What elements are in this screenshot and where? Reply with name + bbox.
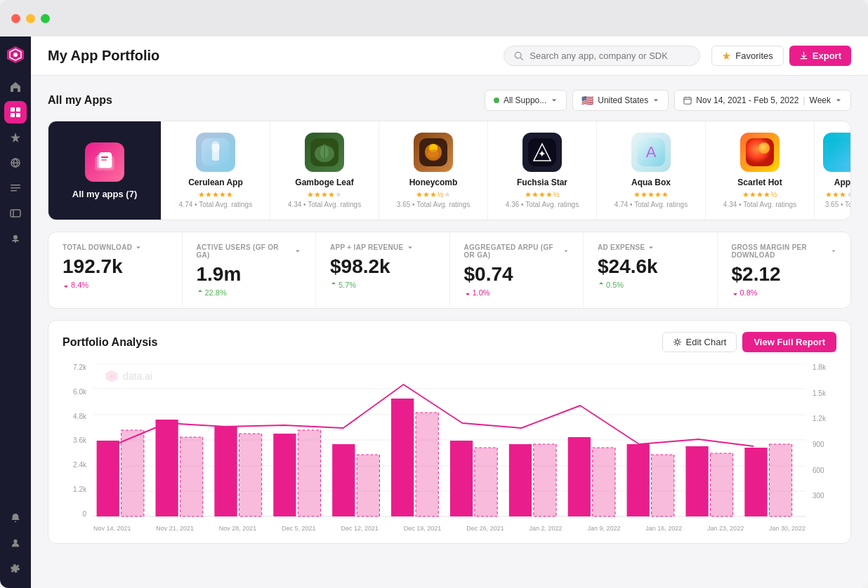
- support-dot: [494, 98, 499, 103]
- x-label-9: Jan 16, 2022: [645, 525, 682, 532]
- header-actions: Favorites Export: [711, 46, 851, 66]
- filters: All Suppo... 🇺🇸 United States Nov 14, 20…: [485, 90, 851, 111]
- filter-support-button[interactable]: All Suppo...: [485, 90, 567, 111]
- analysis-title: Portfolio Analysis: [63, 336, 662, 349]
- svg-text:A: A: [646, 143, 657, 161]
- bar-hatched-11: [710, 453, 732, 516]
- metric-total-download: TOTAL DOWNLOAD 192.7k 8.4%: [48, 232, 183, 308]
- metric-active-users: ACTIVE USERS (GF OR GA) 1.9m 22.8%: [183, 232, 317, 308]
- sidebar-item-profile[interactable]: [4, 532, 27, 554]
- svg-rect-10: [11, 187, 20, 189]
- bar-solid-5: [332, 444, 355, 516]
- app-card-fuchsia[interactable]: ✦ Fuchsia Star ★★★★½ 4.36 • Total Avg. r…: [487, 121, 596, 220]
- chevron-down-icon-m2[interactable]: [294, 248, 301, 255]
- chevron-down-icon-m6[interactable]: [831, 248, 836, 255]
- chevron-down-icon-m5[interactable]: [647, 244, 655, 251]
- honeycomb-icon: [414, 133, 453, 172]
- body-scroll[interactable]: All my Apps All Suppo... 🇺🇸 United State…: [31, 76, 868, 588]
- gear-icon: [673, 338, 682, 347]
- sidebar-item-portfolio[interactable]: [4, 101, 27, 123]
- cerulean-rating: 4.74 • Total Avg. ratings: [179, 201, 252, 208]
- x-label-3: Dec 5, 2021: [282, 525, 316, 532]
- svg-rect-12: [11, 210, 20, 217]
- metric-gross-margin-change: 0.8%: [732, 288, 837, 297]
- app-card-honeycomb[interactable]: Honeycomb ★★★½★ 3.65 • Total Avg. rating…: [379, 121, 487, 220]
- metric-gross-margin-label: GROSS MARGIN PER DOWNLOAD: [732, 243, 837, 259]
- bar-hatched-10: [652, 455, 674, 516]
- view-full-report-button[interactable]: View Full Report: [742, 332, 836, 352]
- app-card-scarlet[interactable]: Scarlet Hot ★★★★½ 4.34 • Total Avg. rati…: [705, 121, 814, 220]
- metric-gross-margin-value: $2.12: [732, 263, 837, 286]
- app-card-gamboge[interactable]: Gamboge Leaf ★★★★★ 4.34 • Total Avg. rat…: [270, 121, 379, 220]
- all-apps-card[interactable]: All my apps (7): [48, 121, 161, 220]
- fuchsia-icon: ✦: [522, 133, 562, 172]
- scarlet-rating: 4.34 • Total Avg. ratings: [723, 201, 796, 208]
- svg-text:✦: ✦: [538, 149, 546, 159]
- cerulean-name: Cerulean App: [188, 178, 243, 187]
- bar-hatched-12: [769, 444, 791, 516]
- edit-chart-button[interactable]: Edit Chart: [662, 332, 737, 352]
- metric-ad-expense-label: AD EXPENSE: [598, 243, 703, 251]
- chevron-down-icon-m1[interactable]: [135, 244, 142, 251]
- app-window: My App Portfolio Favorites Expo: [0, 0, 868, 588]
- sidebar-item-reports[interactable]: [4, 177, 27, 199]
- app-card-cerulean[interactable]: Cerulean App ★★★★★ 4.74 • Total Avg. rat…: [161, 121, 270, 220]
- scarlet-stars: ★★★★½: [742, 190, 777, 199]
- svg-rect-6: [16, 113, 20, 117]
- cerulean-icon: [196, 133, 235, 172]
- sidebar-item-insights[interactable]: [4, 227, 27, 250]
- y-right-5: 300: [813, 492, 824, 500]
- svg-rect-9: [11, 185, 20, 186]
- metric-active-users-label: ACTIVE USERS (GF OR GA): [197, 243, 302, 259]
- favorites-button[interactable]: Favorites: [711, 46, 783, 66]
- svg-line-19: [521, 58, 524, 60]
- svg-rect-4: [16, 107, 20, 112]
- apps-section-title: All my Apps: [48, 94, 485, 107]
- bar-hatched-6: [416, 413, 438, 516]
- metric-revenue-label: APP + IAP REVENUE: [330, 243, 435, 251]
- arrow-down-icon-2: [464, 289, 471, 296]
- x-label-4: Dec 12, 2021: [341, 525, 379, 532]
- filter-country-button[interactable]: 🇺🇸 United States: [572, 90, 669, 111]
- x-label-8: Jan 9, 2022: [587, 525, 620, 532]
- bar-solid-4: [273, 434, 296, 516]
- x-label-0: Nov 14, 2021: [93, 525, 131, 532]
- app-card-7[interactable]: App ★★★★★ 3.65 • Total: [814, 121, 851, 220]
- search-bar[interactable]: [504, 46, 700, 66]
- maximize-button[interactable]: [41, 14, 50, 23]
- sidebar-item-ads[interactable]: [4, 202, 27, 225]
- svg-point-44: [758, 142, 770, 154]
- app7-rating: 3.65 • Total: [825, 201, 851, 208]
- sidebar-item-discover[interactable]: [4, 126, 27, 149]
- filter-date-button[interactable]: Nov 14, 2021 - Feb 5, 2022 | Week: [674, 90, 851, 111]
- app-card-aqua[interactable]: A Aqua Box ★★★★★ 4.74 • Total Avg. ratin…: [596, 121, 705, 220]
- sidebar-item-home[interactable]: [4, 76, 27, 98]
- minimize-button[interactable]: [26, 14, 35, 23]
- view-report-label: View Full Report: [754, 337, 825, 347]
- app7-icon: [823, 133, 852, 172]
- export-button[interactable]: Export: [789, 46, 851, 66]
- close-button[interactable]: [11, 14, 20, 23]
- edit-chart-label: Edit Chart: [686, 337, 727, 347]
- filter-support-label: All Suppo...: [504, 95, 546, 105]
- sidebar: [0, 36, 31, 588]
- chevron-down-icon-m4[interactable]: [563, 248, 569, 255]
- aqua-icon: A: [631, 133, 671, 172]
- x-label-5: Dec 19, 2021: [404, 525, 442, 532]
- sidebar-item-notifications[interactable]: [4, 507, 27, 529]
- favorites-label: Favorites: [735, 51, 772, 61]
- apps-row: All my apps (7) Cerulean App ★★★★★ 4.74 …: [48, 121, 851, 220]
- app-layout: My App Portfolio Favorites Expo: [0, 36, 868, 588]
- gamboge-stars: ★★★★★: [307, 190, 342, 199]
- chevron-down-icon-m3[interactable]: [407, 244, 414, 251]
- search-input[interactable]: [530, 51, 684, 61]
- metric-total-download-change: 8.4%: [63, 281, 168, 289]
- bar-solid-2: [155, 420, 178, 516]
- y-axis-right: 1.8k 1.5k 1.2k 900 600 300: [808, 363, 836, 518]
- analysis-section: Portfolio Analysis Edit Chart View Full …: [48, 320, 851, 544]
- gamboge-icon: [305, 133, 344, 172]
- sidebar-item-market[interactable]: [4, 152, 27, 174]
- sidebar-item-settings[interactable]: [4, 557, 27, 580]
- fuchsia-name: Fuchsia Star: [517, 178, 567, 187]
- svg-rect-3: [11, 107, 15, 112]
